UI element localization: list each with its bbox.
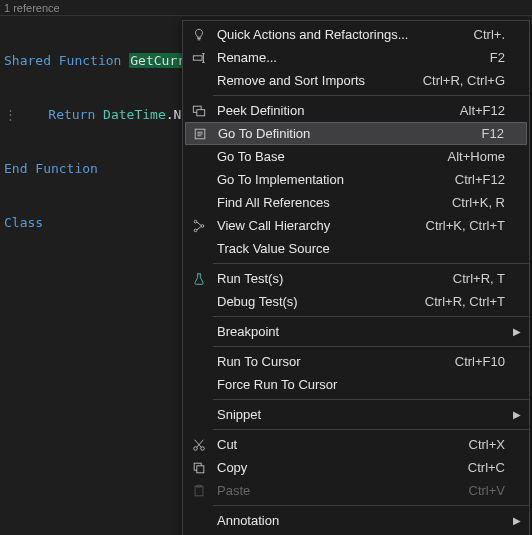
menu-goto-definition[interactable]: Go To Definition F12: [185, 122, 527, 145]
menu-label: Rename...: [211, 50, 478, 65]
menu-rename[interactable]: Rename... F2: [183, 46, 529, 69]
menu-label: Copy: [211, 460, 456, 475]
menu-snippet[interactable]: Snippet ▶: [183, 403, 529, 426]
menu-label: Track Value Source: [211, 241, 505, 256]
menu-shortcut: Ctrl+R, T: [441, 271, 505, 286]
beaker-icon: [187, 272, 211, 286]
menu-separator: [213, 429, 529, 430]
menu-view-call-hierarchy[interactable]: View Call Hierarchy Ctrl+K, Ctrl+T: [183, 214, 529, 237]
menu-label: Remove and Sort Imports: [211, 73, 411, 88]
menu-shortcut: Alt+Home: [436, 149, 505, 164]
menu-track-value-source[interactable]: Track Value Source: [183, 237, 529, 260]
menu-find-all-references[interactable]: Find All References Ctrl+K, R: [183, 191, 529, 214]
menu-shortcut: Ctrl+F12: [443, 172, 505, 187]
menu-shortcut: Ctrl+F10: [443, 354, 505, 369]
menu-shortcut: Alt+F12: [448, 103, 505, 118]
menu-shortcut: F12: [470, 126, 504, 141]
menu-debug-tests[interactable]: Debug Test(s) Ctrl+R, Ctrl+T: [183, 290, 529, 313]
menu-shortcut: Ctrl+R, Ctrl+T: [413, 294, 505, 309]
svg-rect-0: [193, 55, 202, 59]
menu-annotation[interactable]: Annotation ▶: [183, 509, 529, 532]
submenu-arrow-icon: ▶: [513, 326, 521, 337]
svg-point-4: [194, 220, 197, 223]
svg-point-6: [201, 224, 204, 227]
peek-icon: [187, 104, 211, 118]
paste-icon: [187, 484, 211, 498]
menu-label: Breakpoint: [211, 324, 505, 339]
menu-remove-sort-imports[interactable]: Remove and Sort Imports Ctrl+R, Ctrl+G: [183, 69, 529, 92]
menu-goto-implementation[interactable]: Go To Implementation Ctrl+F12: [183, 168, 529, 191]
menu-cut[interactable]: Cut Ctrl+X: [183, 433, 529, 456]
menu-separator: [213, 316, 529, 317]
menu-shortcut: Ctrl+V: [457, 483, 505, 498]
menu-label: Go To Implementation: [211, 172, 443, 187]
menu-separator: [213, 95, 529, 96]
menu-shortcut: Ctrl+K, R: [440, 195, 505, 210]
svg-point-7: [194, 446, 198, 450]
menu-label: Quick Actions and Refactorings...: [211, 27, 462, 42]
menu-breakpoint[interactable]: Breakpoint ▶: [183, 320, 529, 343]
menu-separator: [213, 263, 529, 264]
menu-shortcut: Ctrl+R, Ctrl+G: [411, 73, 505, 88]
menu-label: Run Test(s): [211, 271, 441, 286]
menu-label: Annotation: [211, 513, 505, 528]
svg-point-8: [201, 446, 205, 450]
menu-shortcut: Ctrl+K, Ctrl+T: [414, 218, 505, 233]
menu-label: Force Run To Cursor: [211, 377, 505, 392]
menu-label: Paste: [211, 483, 457, 498]
menu-label: Run To Cursor: [211, 354, 443, 369]
menu-shortcut: F2: [478, 50, 505, 65]
code-editor[interactable]: 1 reference Shared Function GetCurrentDa…: [0, 0, 532, 535]
menu-label: Find All References: [211, 195, 440, 210]
menu-force-run-to-cursor[interactable]: Force Run To Cursor: [183, 373, 529, 396]
menu-paste: Paste Ctrl+V: [183, 479, 529, 502]
hierarchy-icon: [187, 219, 211, 233]
menu-peek-definition[interactable]: Peek Definition Alt+F12: [183, 99, 529, 122]
menu-copy[interactable]: Copy Ctrl+C: [183, 456, 529, 479]
svg-rect-10: [197, 465, 204, 472]
menu-run-to-cursor[interactable]: Run To Cursor Ctrl+F10: [183, 350, 529, 373]
copy-icon: [187, 461, 211, 475]
menu-label: Debug Test(s): [211, 294, 413, 309]
rename-icon: [187, 51, 211, 65]
menu-separator: [213, 505, 529, 506]
codelens-references[interactable]: 1 reference: [0, 0, 532, 16]
submenu-arrow-icon: ▶: [513, 515, 521, 526]
menu-shortcut: Ctrl+.: [462, 27, 505, 42]
menu-label: Go To Definition: [212, 126, 470, 141]
definition-icon: [188, 127, 212, 141]
menu-label: Go To Base: [211, 149, 436, 164]
menu-label: View Call Hierarchy: [211, 218, 414, 233]
menu-separator: [213, 399, 529, 400]
submenu-arrow-icon: ▶: [513, 409, 521, 420]
menu-shortcut: Ctrl+X: [457, 437, 505, 452]
menu-label: Snippet: [211, 407, 505, 422]
menu-separator: [213, 346, 529, 347]
menu-label: Cut: [211, 437, 457, 452]
svg-rect-11: [195, 486, 203, 496]
menu-goto-base[interactable]: Go To Base Alt+Home: [183, 145, 529, 168]
svg-rect-2: [197, 109, 205, 115]
scissors-icon: [187, 438, 211, 452]
menu-label: Peek Definition: [211, 103, 448, 118]
context-menu: Quick Actions and Refactorings... Ctrl+.…: [182, 20, 530, 535]
lightbulb-icon: [187, 28, 211, 42]
menu-quick-actions[interactable]: Quick Actions and Refactorings... Ctrl+.: [183, 23, 529, 46]
svg-point-5: [194, 229, 197, 232]
menu-shortcut: Ctrl+C: [456, 460, 505, 475]
menu-run-tests[interactable]: Run Test(s) Ctrl+R, T: [183, 267, 529, 290]
